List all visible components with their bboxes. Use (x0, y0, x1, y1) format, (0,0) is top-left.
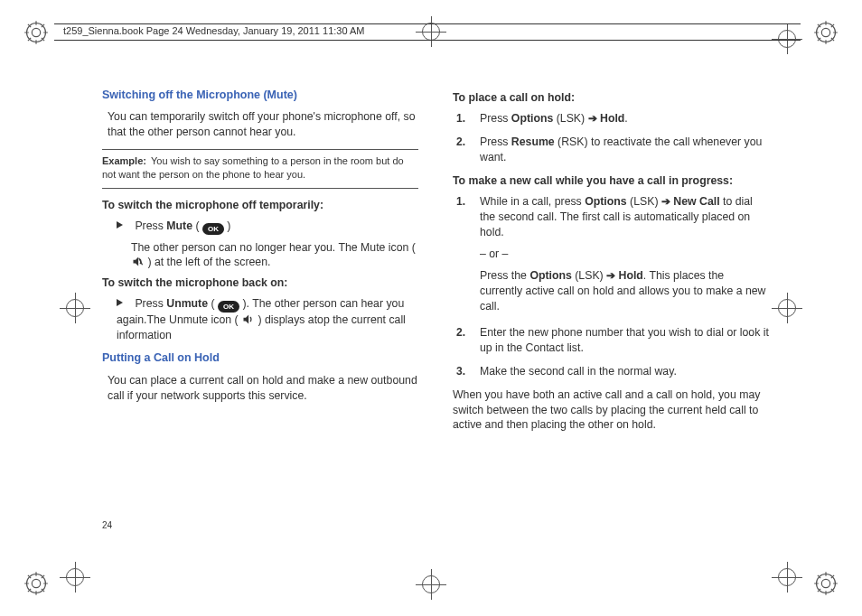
term: Options (585, 195, 626, 208)
paragraph: You can place a current call on hold and… (108, 373, 418, 404)
text: Press (480, 112, 511, 125)
registration-gear-icon (813, 571, 839, 596)
triangle-bullet-icon (117, 221, 123, 229)
svg-point-4 (32, 579, 40, 587)
svg-point-2 (821, 28, 829, 36)
heading-mute: Switching off the Microphone (Mute) (102, 88, 418, 103)
svg-point-0 (32, 28, 40, 36)
list-number: 1. (456, 194, 465, 210)
list-item: 2. Enter the new phone number that you w… (456, 325, 769, 356)
list-number: 3. (456, 364, 465, 379)
list-item: 2. Press Resume (RSK) to reactivate the … (456, 135, 769, 165)
triangle-bullet-icon (117, 299, 123, 306)
registration-cross-icon (60, 562, 90, 593)
running-head: t259_Sienna.book Page 24 Wednesday, Janu… (54, 23, 801, 45)
text: (LSK) (553, 112, 587, 125)
text: The other person can no longer hear you.… (131, 241, 416, 254)
text: (LSK) (627, 195, 661, 208)
list-number: 2. (456, 135, 465, 150)
registration-gear-icon (23, 20, 49, 45)
arrow-icon: ➔ (606, 269, 615, 282)
example-text: You wish to say something to a person in… (102, 155, 404, 180)
registration-cross-icon (416, 569, 446, 600)
arrow-icon: ➔ (588, 112, 597, 125)
text: ) (227, 219, 230, 232)
registration-cross-icon (60, 293, 90, 323)
bullet-item: Press Mute ( OK ) (117, 219, 418, 235)
running-head-text: t259_Sienna.book Page 24 Wednesday, Janu… (60, 25, 369, 36)
term: Unmute (166, 297, 208, 310)
term: Hold (597, 112, 625, 125)
text: (LSK) (572, 269, 606, 282)
text: Press the (480, 269, 529, 282)
registration-cross-icon (772, 293, 802, 323)
registration-cross-icon (772, 562, 802, 593)
ordered-list: 1. Press Options (LSK) ➔ Hold. 2. Press … (456, 111, 769, 165)
subheading: To switch the microphone off temporarily… (102, 198, 418, 213)
subheading: To place a call on hold: (453, 90, 769, 106)
term: New Call (670, 195, 720, 208)
paragraph: You can temporarily switch off your phon… (108, 109, 418, 140)
left-column: Switching off the Microphone (Mute) You … (102, 85, 418, 413)
right-column: To place a call on hold: 1. Press Option… (453, 85, 769, 433)
ok-button-icon: OK (202, 223, 224, 235)
mute-icon (131, 255, 145, 268)
text: Enter the new phone number that you wish… (480, 326, 769, 354)
list-item: 3. Make the second call in the normal wa… (456, 364, 769, 379)
term: Options (511, 112, 553, 125)
heading-hold: Putting a Call on Hold (102, 350, 418, 366)
text: Press (135, 219, 166, 232)
subheading: To make a new call while you have a call… (453, 173, 769, 189)
unmute-icon (241, 313, 255, 326)
text: Make the second call in the normal way. (480, 365, 677, 378)
text: . (624, 112, 627, 125)
svg-point-6 (821, 579, 829, 587)
example-label: Example: (102, 155, 146, 166)
text: ) at the left of the screen. (147, 256, 270, 268)
text: ( (208, 297, 218, 310)
bullet-continuation: The other person can no longer hear you.… (131, 240, 418, 271)
ordered-list: 1. While in a call, press Options (LSK) … (456, 194, 769, 379)
list-number: 2. (456, 325, 465, 341)
list-number: 1. (456, 111, 465, 126)
bullet-item: Press Unmute ( OK ). The other person ca… (117, 296, 418, 343)
text: ( (192, 219, 202, 232)
arrow-icon: ➔ (661, 195, 670, 208)
registration-gear-icon (23, 571, 49, 596)
page-number: 24 (102, 520, 112, 530)
term: Mute (166, 219, 192, 232)
registration-gear-icon (813, 20, 839, 45)
text: Press (480, 135, 511, 148)
list-item: 1. While in a call, press Options (LSK) … (456, 194, 769, 314)
subheading: To switch the microphone back on: (102, 275, 418, 291)
term: Options (529, 269, 571, 282)
example-box: Example: You wish to say something to a … (102, 149, 418, 188)
list-item: 1. Press Options (LSK) ➔ Hold. (456, 111, 769, 126)
paragraph: When you have both an active call and a … (453, 387, 769, 434)
or-divider: – or – (480, 247, 769, 262)
text: While in a call, press (480, 195, 585, 208)
text: Press (135, 297, 166, 310)
term: Hold (615, 269, 643, 282)
ok-button-icon: OK (218, 301, 239, 313)
page-body: Switching off the Microphone (Mute) You … (102, 85, 771, 537)
term: Resume (511, 135, 555, 148)
